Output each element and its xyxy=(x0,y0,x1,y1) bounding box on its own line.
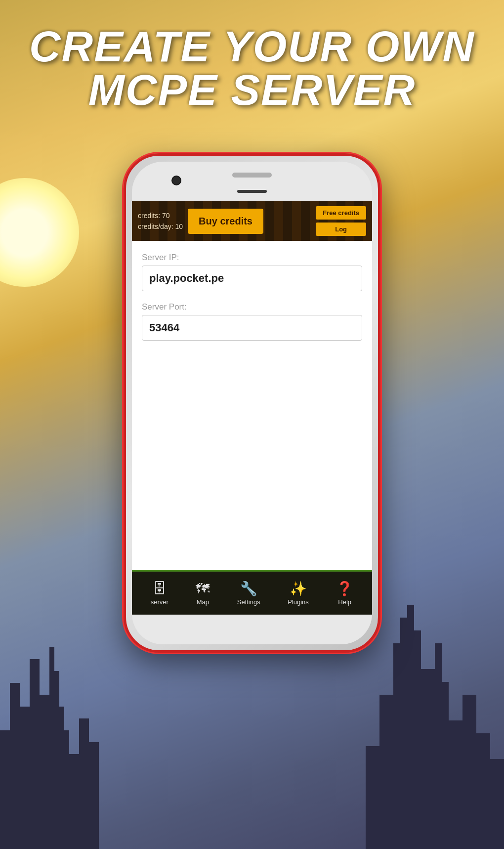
credits-value: credits: 70 xyxy=(138,210,183,221)
nav-settings[interactable]: 🔧 Settings xyxy=(237,581,260,606)
help-nav-icon: ❓ xyxy=(336,581,353,597)
bottom-navigation: 🗄 server 🗺 Map 🔧 Settings ✨ Plugins xyxy=(132,570,372,615)
city-left xyxy=(0,612,99,849)
phone-top-bar xyxy=(132,162,372,201)
plugins-nav-label: Plugins xyxy=(288,598,309,606)
free-credits-button[interactable]: Free credits xyxy=(316,206,366,220)
nav-help[interactable]: ❓ Help xyxy=(336,581,353,606)
settings-nav-label: Settings xyxy=(237,598,260,606)
screen-content: Server IP: Server Port: xyxy=(132,241,372,570)
server-port-label: Server Port: xyxy=(142,302,362,312)
credits-info: credits: 70 credits/day: 10 xyxy=(138,210,183,232)
right-button-group: Free credits Log xyxy=(316,206,366,236)
phone-inner-shell: credits: 70 credits/day: 10 Buy credits … xyxy=(132,162,372,644)
app-header-bar: credits: 70 credits/day: 10 Buy credits … xyxy=(132,201,372,241)
city-right xyxy=(366,592,504,849)
nav-server[interactable]: 🗄 server xyxy=(151,581,168,606)
phone-outer-shell: credits: 70 credits/day: 10 Buy credits … xyxy=(124,153,380,653)
hero-title: CREATE YOUR OWN MCPE SERVER xyxy=(0,25,504,112)
server-ip-label: Server IP: xyxy=(142,253,362,263)
help-nav-label: Help xyxy=(338,598,351,606)
phone-bottom-bar xyxy=(132,615,372,644)
speaker-slot xyxy=(237,190,267,193)
title-line1: CREATE YOUR OWN xyxy=(20,25,484,68)
phone-screen: credits: 70 credits/day: 10 Buy credits … xyxy=(132,201,372,615)
plugins-nav-icon: ✨ xyxy=(290,581,307,597)
buy-credits-button[interactable]: Buy credits xyxy=(188,209,263,234)
server-nav-label: server xyxy=(151,598,168,606)
camera-icon xyxy=(171,176,181,185)
map-nav-icon: 🗺 xyxy=(196,581,210,597)
server-nav-icon: 🗄 xyxy=(153,581,167,597)
title-line2: MCPE SERVER xyxy=(20,68,484,112)
log-button[interactable]: Log xyxy=(316,223,366,236)
nav-map[interactable]: 🗺 Map xyxy=(196,581,210,606)
settings-nav-icon: 🔧 xyxy=(240,581,257,597)
speaker-grille xyxy=(232,173,272,178)
server-port-input[interactable] xyxy=(142,315,362,341)
server-ip-input[interactable] xyxy=(142,266,362,291)
nav-plugins[interactable]: ✨ Plugins xyxy=(288,581,309,606)
credits-day-value: credits/day: 10 xyxy=(138,221,183,232)
map-nav-label: Map xyxy=(197,598,209,606)
phone-mockup: credits: 70 credits/day: 10 Buy credits … xyxy=(124,153,380,653)
